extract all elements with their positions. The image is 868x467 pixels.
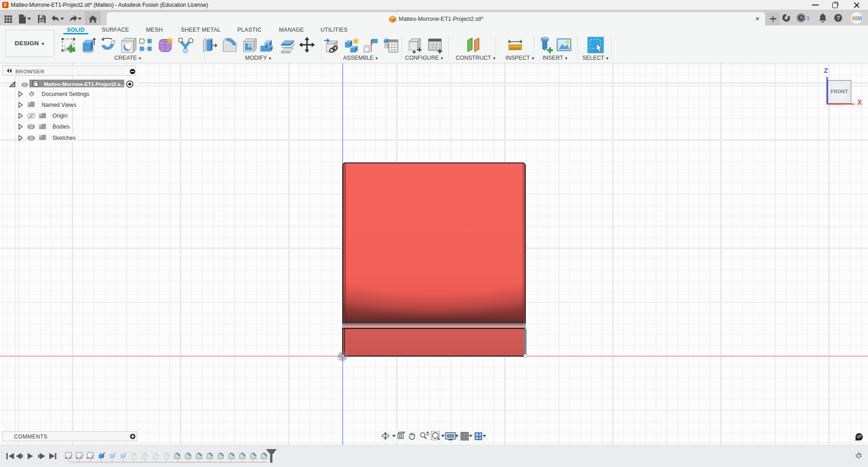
svg-text:?: ?: [837, 15, 840, 21]
svg-text:MM: MM: [852, 15, 862, 22]
svg-text:1: 1: [807, 15, 810, 21]
